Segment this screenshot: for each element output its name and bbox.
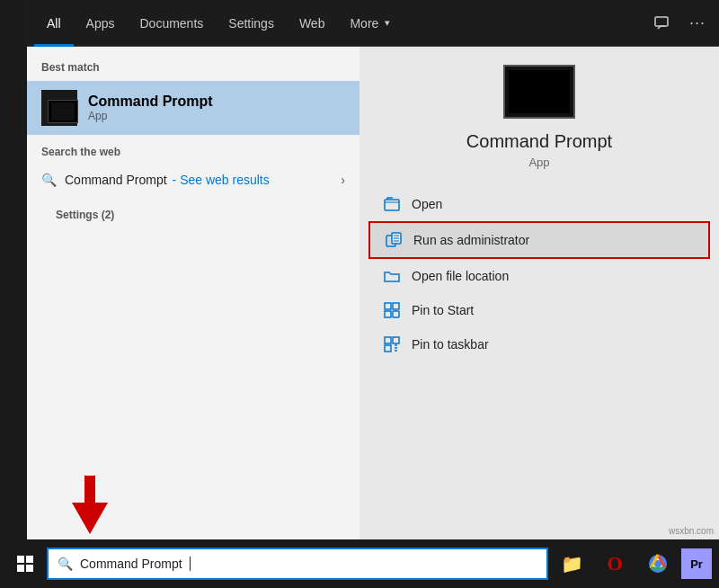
pin-start-icon [383,301,401,319]
search-cursor [190,557,191,571]
web-search-section: Search the web 🔍 Command Prompt - See we… [27,146,360,205]
taskbar-chrome[interactable] [638,546,678,582]
nav-tab-more[interactable]: More ▾ [337,0,403,47]
runas-icon [385,231,403,249]
cmd-icon-large [503,65,575,119]
action-list: Open Run as administrator [360,187,719,361]
windows-logo [17,556,33,572]
nav-bar: All Apps Documents Settings Web More ▾ [27,0,719,47]
annotation-arrow [72,476,108,534]
svg-rect-7 [385,337,391,343]
svg-rect-4 [385,303,391,309]
web-search-item[interactable]: 🔍 Command Prompt - See web results › [27,165,360,194]
arrow-head [72,503,108,534]
more-options-icon[interactable]: ··· [683,9,712,38]
taskbar-search-text: Command Prompt [80,557,182,571]
taskbar-file-explorer[interactable]: 📁 [552,546,591,582]
action-pin-start-label: Pin to Start [412,303,474,317]
action-location-label: Open file location [412,269,509,283]
right-panel: Command Prompt App Open [360,47,719,539]
action-pin-start[interactable]: Pin to Start [368,293,710,327]
settings-section: Settings (2) [27,205,360,232]
folder-icon [383,267,401,285]
nav-tab-documents[interactable]: Documents [127,0,216,47]
web-search-label: Search the web [27,146,360,165]
action-pin-taskbar[interactable]: Pin to taskbar [368,327,710,361]
taskbar-opera[interactable]: O [595,546,635,582]
taskbar-premiere[interactable]: Pr [681,548,712,579]
svg-rect-5 [393,303,399,309]
pin-taskbar-icon [383,335,401,353]
cmd-icon-small [41,90,77,126]
search-icon-small: 🔍 [41,173,56,187]
svg-rect-1 [385,200,399,210]
arrow-stem [84,476,95,503]
app-name: Command Prompt [88,94,213,110]
nav-icons: ··· [647,9,712,38]
settings-label: Settings (2) [41,209,345,228]
app-subtitle-right: App [528,156,549,169]
best-match-label: Best match [27,61,360,81]
svg-rect-6 [385,311,391,317]
svg-rect-8 [393,337,399,343]
taskbar-search-icon: 🔍 [58,557,73,571]
action-open-label: Open [412,197,442,211]
svg-rect-0 [655,17,668,26]
nav-tab-apps[interactable]: Apps [74,0,128,47]
action-pin-taskbar-label: Pin to taskbar [412,337,489,352]
start-menu: All Apps Documents Settings Web More ▾ [27,0,719,539]
taskbar: 🔍 Command Prompt 📁 O Pr [0,539,719,588]
taskbar-search-bar[interactable]: 🔍 Command Prompt [47,548,548,580]
web-search-arrow: › [341,173,345,187]
open-icon [383,195,401,213]
app-type: App [88,110,213,122]
web-search-query: Command Prompt [65,173,167,187]
watermark: wsxbn.com [669,526,714,536]
action-runas-label: Run as administrator [413,233,529,247]
feedback-icon[interactable] [647,9,676,38]
svg-rect-9 [385,345,391,352]
nav-tab-all[interactable]: All [34,0,74,47]
action-open-location[interactable]: Open file location [368,259,710,293]
web-search-link: - See web results [173,173,270,187]
action-open[interactable]: Open [368,187,710,221]
action-run-as-admin[interactable]: Run as administrator [368,221,710,259]
nav-tab-settings[interactable]: Settings [216,0,287,47]
app-title-right: Command Prompt [466,131,612,152]
best-match-text: Command Prompt App [88,94,213,122]
content-area: Best match Command Prompt App Search the… [27,47,719,539]
start-button[interactable] [7,546,43,582]
left-panel: Best match Command Prompt App Search the… [27,47,360,539]
nav-tab-web[interactable]: Web [287,0,338,47]
best-match-item[interactable]: Command Prompt App [27,81,360,135]
